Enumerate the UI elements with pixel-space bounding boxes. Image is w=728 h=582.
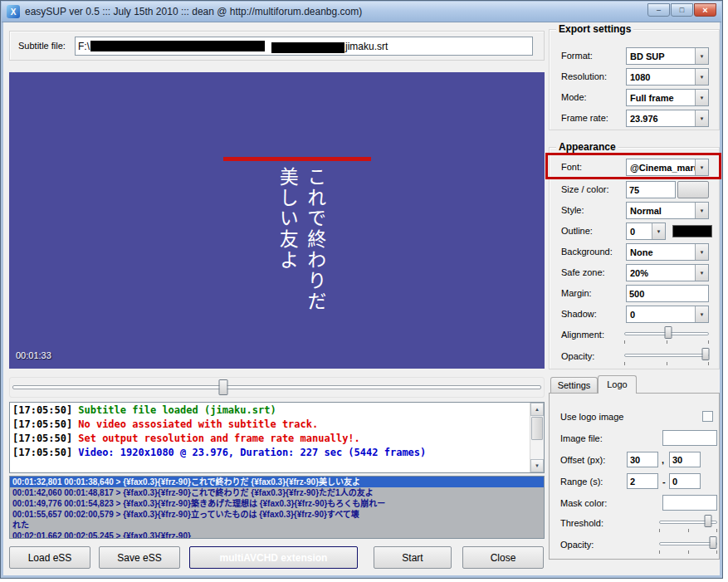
background-select[interactable]: None ▼ — [626, 243, 709, 261]
seek-slider-track[interactable] — [12, 385, 541, 389]
maximize-icon: □ — [680, 6, 684, 14]
titlebar[interactable]: X easySUP ver 0.5 ::: July 15th 2010 :::… — [2, 2, 721, 22]
red-line — [223, 157, 371, 161]
logo-opacity-slider[interactable] — [659, 536, 717, 554]
image-file-input[interactable] — [662, 430, 717, 446]
style-label: Style: — [561, 205, 584, 215]
threshold-label: Threshold: — [560, 518, 603, 528]
scrollbar-thumb[interactable] — [531, 417, 543, 440]
slider-track[interactable] — [624, 354, 709, 357]
arrow-glyph: ▼ — [700, 271, 705, 276]
outline-color-swatch[interactable] — [672, 225, 712, 237]
subtitle-preview-text: これで終わりだ 美しい友よ — [273, 167, 329, 369]
alignment-slider-thumb[interactable] — [665, 326, 672, 339]
subtitle-path-prefix: F:\ — [78, 41, 90, 52]
slider-ticks — [659, 529, 717, 532]
alignment-label: Alignment: — [561, 330, 604, 340]
seek-slider-thumb[interactable] — [219, 379, 228, 395]
font-size-input[interactable]: 75 — [626, 181, 676, 198]
offset-separator: , — [662, 455, 664, 465]
dropdown-arrow-icon[interactable]: ▼ — [652, 223, 665, 239]
font-select[interactable]: @Cinema_maruG ▼ — [626, 159, 709, 176]
minimize-button[interactable]: – — [647, 3, 670, 17]
start-button[interactable]: Start — [374, 546, 452, 569]
offset-x-input[interactable]: 30 — [627, 452, 658, 467]
mode-select[interactable]: Full frame ▼ — [626, 89, 709, 106]
log-output[interactable]: [17:05:50]Subtitle file loaded (jimaku.s… — [9, 402, 545, 473]
offset-y-input[interactable]: 30 — [669, 452, 701, 467]
save-ess-button[interactable]: Save eSS — [99, 546, 180, 569]
opacity-slider-thumb[interactable] — [701, 348, 709, 360]
close-action-button[interactable]: Close — [462, 546, 544, 569]
arrow-glyph: ▼ — [700, 312, 705, 317]
subtitle-row-selected[interactable]: 00:01:32,801 00:01:38,640 > {¥fax0.3}{¥f… — [10, 477, 544, 487]
load-ess-button[interactable]: Load eSS — [9, 546, 90, 569]
outline-select[interactable]: 0 ▼ — [626, 223, 666, 240]
framerate-select[interactable]: 23.976 ▼ — [626, 110, 709, 127]
resolution-value: 1080 — [627, 69, 695, 85]
margin-input[interactable]: 500 — [626, 285, 709, 302]
subtitle-row[interactable]: れた — [10, 520, 544, 531]
resolution-select[interactable]: 1080 ▼ — [626, 68, 709, 86]
threshold-slider-thumb[interactable] — [704, 515, 711, 527]
safezone-select[interactable]: 20% ▼ — [626, 264, 709, 281]
dropdown-arrow-icon[interactable]: ▼ — [695, 110, 708, 126]
seek-slider[interactable] — [9, 377, 545, 398]
outline-value: 0 — [627, 223, 652, 239]
dropdown-arrow-icon[interactable]: ▼ — [695, 48, 708, 64]
caption-buttons: – □ × — [647, 3, 716, 17]
subtitle-row[interactable]: 00:01:42,060 00:01:48,817 > {¥fax0.3}{¥f… — [10, 487, 544, 498]
log-lines: [17:05:50]Subtitle file loaded (jimaku.s… — [12, 403, 528, 472]
dropdown-arrow-icon[interactable]: ▼ — [695, 244, 708, 260]
use-logo-label: Use logo image — [560, 412, 623, 422]
shadow-select[interactable]: 0 ▼ — [626, 306, 709, 323]
mask-color-input[interactable] — [662, 495, 717, 511]
subtitle-list[interactable]: 00:01:32,801 00:01:38,640 > {¥fax0.3}{¥f… — [9, 476, 545, 539]
alignment-slider[interactable] — [624, 326, 709, 344]
font-value: @Cinema_maruG — [627, 159, 695, 175]
threshold-slider[interactable] — [659, 515, 717, 532]
window-title: easySUP ver 0.5 ::: July 15th 2010 ::: d… — [25, 6, 642, 17]
dropdown-arrow-icon[interactable]: ▼ — [695, 69, 708, 85]
subtitle-file-input[interactable]: F:\ jimaku.srt — [75, 37, 533, 56]
maximize-button[interactable]: □ — [671, 3, 693, 17]
arrow-glyph: ▼ — [700, 208, 705, 213]
log-message: No video assosiated with subtitle track. — [78, 418, 318, 430]
tab-settings[interactable]: Settings — [550, 377, 598, 393]
log-scrollbar[interactable]: ▲ ▼ — [530, 403, 544, 472]
scroll-down-button[interactable]: ▼ — [530, 459, 544, 472]
slider-track[interactable] — [659, 542, 717, 545]
framerate-label: Frame rate: — [561, 113, 608, 123]
logo-opacity-slider-thumb[interactable] — [710, 536, 717, 549]
subtitle-row[interactable]: 00:02:01,662 00:02:05,245 > {¥fax0.3}{¥f… — [10, 531, 544, 539]
format-select[interactable]: BD SUP ▼ — [626, 47, 709, 65]
range-separator: - — [662, 477, 666, 487]
format-label: Format: — [561, 51, 593, 61]
image-file-label: Image file: — [560, 433, 603, 443]
multiavchd-extension-button[interactable]: multiAVCHD extension — [189, 546, 358, 569]
style-select[interactable]: Normal ▼ — [626, 202, 709, 219]
redaction-bar — [271, 42, 344, 53]
dropdown-arrow-icon[interactable]: ▼ — [695, 265, 708, 281]
opacity-slider[interactable] — [624, 348, 709, 365]
scroll-up-button[interactable]: ▲ — [530, 403, 544, 416]
subtitle-row[interactable]: 00:01:55,657 00:02:00,579 > {¥fax0.3}{¥f… — [10, 509, 544, 520]
range-start-input[interactable]: 2 — [627, 473, 658, 489]
close-button[interactable]: × — [694, 3, 716, 17]
tab-logo[interactable]: Logo — [598, 375, 637, 394]
mask-color-label: Mask color: — [560, 498, 607, 508]
appearance-group: Appearance Font: @Cinema_maruG ▼ Size / … — [549, 147, 720, 369]
dropdown-arrow-icon[interactable]: ▼ — [695, 90, 708, 105]
font-color-button[interactable] — [677, 181, 709, 198]
subtitle-row[interactable]: 00:01:49,776 00:01:54,823 > {¥fax0.3}{¥f… — [10, 498, 544, 509]
dropdown-arrow-icon[interactable]: ▼ — [695, 203, 708, 218]
use-logo-checkbox[interactable] — [702, 411, 713, 422]
scroll-up-icon: ▲ — [535, 407, 540, 412]
log-message: Subtitle file loaded (jimaku.srt) — [78, 404, 276, 416]
dropdown-arrow-icon[interactable]: ▼ — [695, 159, 708, 175]
shadow-label: Shadow: — [561, 309, 597, 319]
subtitle-file-group: Subtitle file: F:\ jimaku.srt — [9, 31, 545, 61]
log-line: [17:05:50]Video: 1920x1080 @ 23.976, Dur… — [12, 446, 528, 460]
range-end-input[interactable]: 0 — [669, 473, 701, 489]
dropdown-arrow-icon[interactable]: ▼ — [695, 306, 708, 322]
